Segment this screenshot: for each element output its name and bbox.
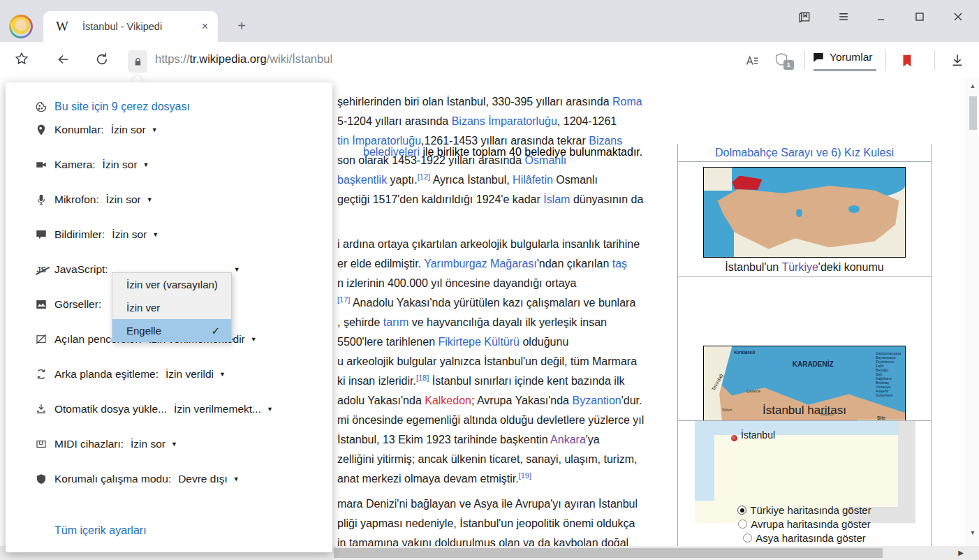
article-paragraph: i ardına ortaya çıkartılan arkeolojik bu… [337, 235, 644, 489]
all-content-settings-row[interactable]: Tüm içerik ayarları [6, 520, 332, 542]
text-fragment: ,1261-1453 yılları arasında tekrar [421, 135, 589, 147]
article-link[interactable]: Roma [612, 96, 642, 108]
scroll-down-icon[interactable]: ▼ [966, 529, 979, 536]
article-line: mara Denizi'ni bağlayan ve Asya ile Avru… [337, 494, 638, 514]
permission-value-dropdown[interactable]: İzin sor [111, 124, 146, 136]
chevron-down-icon[interactable]: ▼ [143, 161, 149, 168]
menu-item-block[interactable]: Engelle ✓ [112, 319, 231, 342]
article-link[interactable]: taş [612, 258, 627, 270]
chevron-down-icon[interactable]: ▼ [267, 406, 273, 413]
favorite-star-icon[interactable] [14, 51, 29, 69]
reference-link[interactable]: [17] [337, 295, 350, 304]
permission-value-dropdown[interactable]: İzin verilmemekt... [174, 403, 261, 415]
collections-icon[interactable] [795, 10, 814, 29]
permission-value-dropdown[interactable]: Devre dışı [178, 473, 228, 485]
reference-link[interactable]: [12] [418, 172, 430, 181]
back-icon[interactable] [56, 52, 71, 70]
permission-value-dropdown[interactable]: İzin verildi [165, 368, 214, 381]
permission-value-dropdown[interactable]: İzin sor [103, 159, 138, 171]
profile-avatar[interactable] [9, 15, 33, 38]
url-text[interactable]: https://tr.wikipedia.org/wiki/İstanbul [155, 52, 332, 66]
scroll-up-icon[interactable]: ▲ [966, 82, 979, 89]
reference-link[interactable]: [18] [416, 374, 429, 382]
menu-item-allow[interactable]: İzin ver [112, 296, 231, 319]
permission-value-dropdown[interactable]: İzin sor [106, 193, 141, 206]
article-link[interactable]: Hilâfetin [513, 174, 553, 186]
article-link[interactable]: başkentlik [337, 174, 387, 186]
chevron-down-icon[interactable]: ▼ [251, 336, 257, 343]
turkey-provinces-map[interactable] [703, 167, 906, 258]
comment-bubble-icon [812, 51, 825, 64]
shield-count-badge: 1 [783, 60, 794, 70]
text-fragment: 'dur. [621, 395, 642, 406]
downloads-icon[interactable] [950, 52, 965, 71]
chevron-down-icon[interactable]: ▼ [152, 126, 158, 133]
text-fragment: er elde edilmiştir. [337, 258, 424, 270]
minimize-icon[interactable] [871, 10, 891, 29]
tab-close-icon[interactable]: × [202, 20, 208, 33]
map-radio-option[interactable]: Asya haritasında göster [678, 532, 931, 544]
article-paragraph: mara Denizi'ni bağlayan ve Asya ile Avru… [337, 494, 638, 553]
menu-item-allow-default[interactable]: İzin ver (varsayılan) [112, 273, 231, 296]
radio-icon[interactable] [743, 533, 752, 543]
permission-row-automatic-downloads: Otomatik dosya yükle... İzin verilmemekt… [6, 398, 332, 420]
article-link[interactable]: tarım [383, 316, 408, 328]
article-link[interactable]: Bizans [589, 135, 622, 147]
map-radio-option[interactable]: Türkiye haritasında göster [678, 504, 931, 516]
menu-item-label: Engelle [126, 325, 161, 337]
reference-link[interactable]: [19] [519, 471, 531, 480]
comments-button[interactable]: Yorumlar [812, 51, 872, 64]
article-line: adolu Yakası'nda Kalkedon; Avrupa Yakası… [337, 391, 644, 411]
turkiye-link[interactable]: Türkiye [781, 261, 818, 273]
menu-icon[interactable] [834, 10, 853, 29]
scroll-right-icon[interactable]: ▶ [958, 549, 964, 557]
all-content-settings-link[interactable]: Tüm içerik ayarları [54, 524, 147, 537]
vertical-scrollbar[interactable]: ▲ ▼ [966, 78, 979, 546]
text-fragment: 'ya [586, 434, 600, 445]
infobox-top-caption-link[interactable]: Dolmabahçe Sarayı ve 6) Kız Kulesi [678, 147, 931, 159]
image-icon [34, 298, 49, 311]
article-link[interactable]: Fikirtepe Kültürü [439, 336, 520, 348]
permission-row-camera: Kamera: İzin sor ▼ [6, 154, 332, 176]
radio-selected-icon[interactable] [737, 506, 746, 515]
chevron-down-icon[interactable]: ▼ [233, 476, 240, 482]
horizontal-scroll-thumb[interactable] [334, 548, 883, 558]
text-fragment: pliği yapması nedeniyle, İstanbul'un jeo… [337, 517, 635, 529]
url-path: /wiki/İstanbul [267, 52, 332, 65]
favorites-bookmark-icon[interactable] [899, 53, 915, 71]
text-fragment: Osmanlı [553, 174, 598, 186]
article-link[interactable]: tin İmparatorluğu [337, 135, 421, 147]
chevron-down-icon[interactable]: ▼ [219, 371, 226, 378]
chevron-down-icon[interactable]: ▼ [147, 196, 153, 203]
immersive-reader-icon[interactable] [744, 53, 760, 71]
article-link[interactable]: Ankara [550, 434, 586, 445]
map-radio-option[interactable]: Avrupa haritasında göster [678, 518, 931, 530]
istanbul-marker-label: İstanbul [741, 429, 775, 441]
browser-tab[interactable]: W İstanbul - Vikipedi × [43, 11, 218, 42]
permission-row-microphone: Mikrofon: İzin sor ▼ [6, 189, 332, 211]
site-permissions-panel: Bu site için 9 çerez dosyası Konumlar: İ… [6, 82, 332, 552]
article-link[interactable]: Bizans İmparatorluğu [452, 115, 557, 127]
radio-icon[interactable] [738, 520, 747, 529]
close-icon[interactable] [948, 10, 968, 29]
article-line: başkentlik yaptı.[12] Ayrıca İstanbul, H… [337, 170, 643, 190]
text-fragment: ki insan izleridir. [337, 375, 416, 387]
new-tab-button[interactable]: + [233, 18, 250, 35]
article-link[interactable]: Byzantion [572, 395, 621, 406]
chevron-down-icon[interactable]: ▼ [152, 231, 159, 238]
cookie-files-link[interactable]: Bu site için 9 çerez dosyası [54, 101, 190, 113]
chevron-down-icon[interactable]: ▼ [234, 266, 240, 273]
permission-value-dropdown[interactable]: İzin sor [131, 438, 165, 450]
refresh-icon[interactable] [94, 52, 110, 70]
permission-value-dropdown[interactable]: İzin sor [112, 228, 147, 241]
microphone-icon [34, 193, 49, 206]
vertical-scroll-thumb[interactable] [969, 96, 977, 130]
maximize-icon[interactable] [910, 10, 929, 29]
article-link[interactable]: İslam [543, 193, 570, 205]
article-link[interactable]: belediyeleri [363, 146, 420, 158]
article-link[interactable]: Yarımburgaz Mağarası [424, 258, 537, 270]
cookies-row[interactable]: Bu site için 9 çerez dosyası [6, 96, 332, 118]
chevron-down-icon[interactable]: ▼ [171, 441, 177, 448]
article-link[interactable]: Kalkedon [425, 395, 471, 406]
site-permissions-button[interactable] [128, 50, 147, 73]
